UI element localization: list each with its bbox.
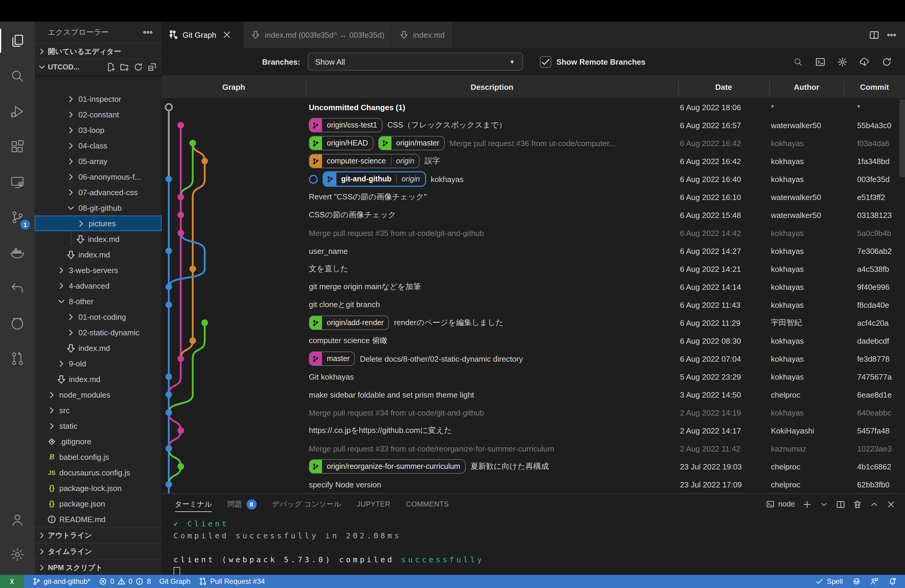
column-header-date[interactable]: Date [678, 75, 769, 98]
git-graph-status[interactable]: Git Graph [159, 577, 191, 586]
problems[interactable]: 008 [99, 577, 151, 586]
tree-item-02-static-dynamic[interactable]: 02-static-dynamic [35, 324, 162, 340]
activity-item-pull-requests[interactable] [0, 343, 35, 374]
tree-item-babel.config.js[interactable]: Bbabel.config.js [35, 449, 162, 465]
new-file-icon[interactable] [106, 62, 116, 72]
copilot[interactable] [852, 577, 861, 586]
tree-item-08-git-github[interactable]: 08-git-github [35, 200, 162, 216]
branch-label-git-and-github[interactable]: git-and-githuborigin [322, 171, 426, 187]
tree-item-02-constant[interactable]: 02-constant [35, 106, 162, 122]
workspace-header[interactable]: UTCOD... [35, 59, 162, 75]
tree-item-9-old[interactable]: 9-old [35, 356, 162, 371]
branch-label-origin/master[interactable]: origin/master [378, 136, 445, 150]
terminal-output[interactable]: ✔ Client Compiled successfully in 202.08… [173, 518, 905, 575]
tree-item-pictures[interactable]: pictures [35, 216, 162, 231]
maximize-panel-icon[interactable] [870, 500, 879, 509]
commit-row[interactable]: git merge origin mainなどを加筆6 Aug 2022 14:… [162, 278, 905, 296]
commit-row[interactable]: masterDelete docs/8-other/02-static-dyna… [162, 350, 905, 368]
tree-item-3-web-servers[interactable]: 3-web-servers [35, 262, 162, 278]
commit-row[interactable]: Merge pull request #34 from ut-code/git-… [162, 404, 905, 421]
branch-label-origin/reorganize-for-summer-curriculum[interactable]: origin/reorganize-for-summer-curriculum [309, 459, 466, 474]
panel-tab-JUPYTER[interactable]: JUPYTER [357, 494, 390, 514]
tree-item-static[interactable]: static [35, 418, 162, 434]
branch-label-master[interactable]: master [309, 351, 355, 366]
tree-item-01-not-coding[interactable]: 01-not-coding [35, 309, 162, 324]
commit-row[interactable]: Merge pull request #33 from ut-code/reor… [162, 440, 905, 458]
tree-item-05-array[interactable]: 05-array [35, 153, 162, 169]
spell-checker[interactable]: Spell [816, 577, 843, 586]
tree-item-03-loop[interactable]: 03-loop [35, 122, 162, 138]
activity-item-docker[interactable] [0, 237, 35, 268]
activity-item-extensions[interactable] [0, 131, 35, 162]
commit-row[interactable]: Git kokhayas5 Aug 2022 23:29kokhayas7475… [162, 368, 905, 386]
tree-item-07-advanced-css[interactable]: 07-advanced-css [35, 184, 162, 200]
commit-row[interactable]: origin/css-test1CSS（フレックスボックスまで）6 Aug 20… [162, 116, 905, 134]
activity-item-source-control[interactable]: 1 [0, 202, 35, 233]
tree-item-04-class[interactable]: 04-class [35, 138, 162, 153]
activity-item-explorer[interactable] [0, 25, 35, 56]
tree-item-.gitignore[interactable]: .gitignore [35, 434, 162, 449]
column-header-commit[interactable]: Commit [844, 75, 905, 98]
branch-label-computer-science[interactable]: computer-scienceorigin [309, 154, 419, 168]
tab-git[interactable]: Git Graph [162, 22, 244, 48]
tree-item-package.json[interactable]: {}package.json [35, 496, 162, 511]
tree-item-index.md[interactable]: index.md [35, 231, 162, 247]
branch-label-origin/HEAD[interactable]: origin/HEAD [309, 136, 373, 150]
activity-item-settings[interactable] [0, 539, 35, 570]
new-folder-icon[interactable] [120, 62, 129, 72]
commit-row[interactable]: computer science 俯瞰6 Aug 2022 08:30kokha… [162, 332, 905, 350]
activity-item-github[interactable] [0, 308, 35, 339]
close-icon[interactable] [222, 30, 232, 40]
launch-profile-icon[interactable] [819, 500, 829, 509]
tree-item-package-lock.json[interactable]: {}package-lock.json [35, 480, 162, 496]
tree-item-06-anonymous-f...[interactable]: 06-anonymous-f... [35, 169, 162, 184]
split-editor-icon[interactable] [869, 30, 879, 40]
panel-tab-COMMENTS[interactable]: COMMENTS [406, 494, 449, 514]
activity-item-search[interactable] [0, 60, 35, 92]
tab-index.md[interactable]: index.md [392, 22, 452, 48]
search-icon[interactable] [793, 57, 803, 67]
sidebar-section-NPM スクリプト[interactable]: NPM スクリプト [35, 559, 162, 575]
commit-row[interactable]: specify Node version23 Jul 2022 17:09che… [162, 475, 905, 493]
commit-row[interactable]: origin/reorganize-for-summer-curriculum夏… [162, 458, 905, 475]
activity-item-run-debug[interactable] [0, 96, 35, 127]
refresh-icon[interactable] [882, 57, 892, 67]
kill-terminal-icon[interactable] [853, 500, 862, 509]
commit-row[interactable]: git-and-githuboriginkokhayas6 Aug 2022 1… [162, 170, 905, 188]
more-icon[interactable] [886, 30, 897, 40]
tree-item-src[interactable]: src [35, 402, 162, 418]
collapse-all-icon[interactable] [147, 62, 157, 72]
cloud-download-icon[interactable] [859, 57, 870, 67]
tree-item-README.md[interactable]: README.md [35, 511, 162, 527]
pull-request-status[interactable]: Pull Request #34 [199, 577, 265, 586]
commit-row[interactable]: 文を直した6 Aug 2022 14:21kokhayasa4c538fb [162, 260, 905, 278]
remote-indicator[interactable] [0, 575, 24, 588]
commit-row[interactable]: git cloneとgit branch6 Aug 2022 11:43kokh… [162, 296, 905, 314]
show-remote-checkbox[interactable]: Show Remote Branches [540, 56, 646, 67]
terminal-icon[interactable] [815, 57, 826, 67]
column-header-graph[interactable]: Graph [162, 75, 306, 98]
activity-item-accounts[interactable] [0, 504, 35, 535]
activity-item-remote-explorer[interactable] [0, 167, 35, 198]
activity-item-undo-history[interactable] [0, 272, 35, 304]
close-panel-icon[interactable] [886, 500, 895, 509]
commit-row[interactable]: computer-scienceorigin誤字6 Aug 2022 16:42… [162, 152, 905, 170]
tree-item-nodemodules[interactable]: node_modules [35, 387, 162, 402]
commit-row[interactable]: Merge pull request #35 from ut-code/git-… [162, 224, 905, 242]
branch-indicator[interactable]: git-and-github* [32, 577, 90, 586]
panel-tab-デバッグ コンソール[interactable]: デバッグ コンソール [272, 494, 341, 514]
tree-item-index.md[interactable]: index.md [35, 371, 162, 387]
commit-row[interactable]: user_name6 Aug 2022 14:27kokhayas7e306ab… [162, 242, 905, 260]
branch-label-origin/css-test1[interactable]: origin/css-test1 [309, 118, 383, 132]
commit-row[interactable]: make sidebar foldable and set prism them… [162, 386, 905, 404]
commit-row[interactable]: origin/HEADorigin/masterMerge pull reque… [162, 134, 905, 152]
tree-item-index.md[interactable]: index.md [35, 247, 162, 262]
commit-row[interactable]: https://.co.jpをhttps://github.comに変えた2 A… [162, 421, 905, 440]
sidebar-section-アウトライン[interactable]: アウトライン [35, 527, 162, 543]
branch-label-origin/add-render[interactable]: origin/add-render [309, 316, 389, 330]
tree-item-4-advanced[interactable]: 4-advanced [35, 278, 162, 293]
terminal-shell-picker[interactable]: node [766, 500, 795, 509]
branches-dropdown[interactable]: Show All ▼ [307, 53, 523, 71]
panel-tab-問題[interactable]: 問題8 [227, 494, 256, 514]
commit-row[interactable]: Revert "CSSの節の画像チェック"6 Aug 2022 16:10wat… [162, 188, 905, 206]
